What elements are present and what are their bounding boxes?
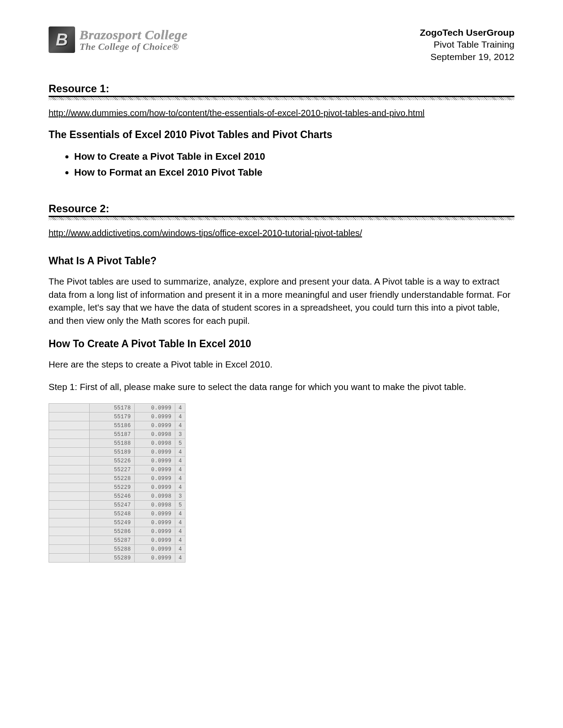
table-cell: 4 <box>175 421 185 430</box>
table-cell: 4 <box>175 545 185 554</box>
table-cell: 4 <box>175 554 185 563</box>
table-row: 552880.09994 <box>49 545 185 554</box>
table-cell: 0.0999 <box>135 404 175 413</box>
table-cell: 4 <box>175 465 185 474</box>
resource2-link[interactable]: http://www.addictivetips.com/windows-tip… <box>49 228 362 238</box>
table-cell <box>49 518 90 527</box>
table-row: 551870.09983 <box>49 430 185 439</box>
table-cell: 55246 <box>90 492 135 501</box>
logo-block: Brazosport College The College of Choice… <box>49 26 188 53</box>
table-cell <box>49 536 90 545</box>
table-cell: 55228 <box>90 474 135 483</box>
how-to-title: How To Create A Pivot Table In Excel 201… <box>49 338 514 350</box>
table-cell: 3 <box>175 492 185 501</box>
table-cell: 4 <box>175 474 185 483</box>
bullet-item: How to Format an Excel 2010 Pivot Table <box>74 165 514 180</box>
table-row: 552260.09994 <box>49 457 185 465</box>
table-cell: 55287 <box>90 536 135 545</box>
table-cell: 55186 <box>90 421 135 430</box>
table-cell: 0.0999 <box>135 474 175 483</box>
table-cell: 55178 <box>90 404 135 413</box>
table-cell <box>49 527 90 536</box>
table-row: 551790.09994 <box>49 413 185 421</box>
logo-subtitle: The College of Choice® <box>79 41 188 52</box>
table-cell: 0.0999 <box>135 483 175 492</box>
table-row: 552280.09994 <box>49 474 185 483</box>
table-row: 551780.09994 <box>49 404 185 413</box>
table-row: 552290.09994 <box>49 483 185 492</box>
table-cell: 4 <box>175 448 185 457</box>
table-cell <box>49 430 90 439</box>
table-cell: 0.0998 <box>135 492 175 501</box>
resource1-bullets: How to Create a Pivot Table in Excel 201… <box>74 149 514 180</box>
doc-meta: ZogoTech UserGroup Pivot Table Training … <box>420 26 514 63</box>
page-header: Brazosport College The College of Choice… <box>49 26 514 63</box>
table-cell: 4 <box>175 413 185 421</box>
table-cell: 3 <box>175 430 185 439</box>
table-cell: 55189 <box>90 448 135 457</box>
table-cell: 0.0999 <box>135 518 175 527</box>
table-cell <box>49 501 90 510</box>
table-cell: 4 <box>175 510 185 518</box>
table-cell: 5 <box>175 439 185 448</box>
training-title: Pivot Table Training <box>420 38 514 50</box>
table-row: 551860.09994 <box>49 421 185 430</box>
resource1-link[interactable]: http://www.dummies.com/how-to/content/th… <box>49 108 424 118</box>
table-cell: 0.0998 <box>135 439 175 448</box>
table-cell: 55288 <box>90 545 135 554</box>
table-cell <box>49 457 90 465</box>
table-cell: 55248 <box>90 510 135 518</box>
table-cell: 55249 <box>90 518 135 527</box>
table-cell: 0.0998 <box>135 501 175 510</box>
table-cell <box>49 483 90 492</box>
resource1-heading: Resource 1: <box>49 83 514 95</box>
resource2-heading: Resource 2: <box>49 203 514 215</box>
table-cell <box>49 465 90 474</box>
table-cell: 0.0999 <box>135 527 175 536</box>
table-cell: 55226 <box>90 457 135 465</box>
table-cell: 55247 <box>90 501 135 510</box>
table-cell: 0.0999 <box>135 457 175 465</box>
table-row: 552890.09994 <box>49 554 185 563</box>
table-cell: 0.0998 <box>135 430 175 439</box>
table-cell: 0.0999 <box>135 554 175 563</box>
table-cell: 4 <box>175 536 185 545</box>
table-row: 552270.09994 <box>49 465 185 474</box>
table-cell: 5 <box>175 501 185 510</box>
table-cell <box>49 448 90 457</box>
table-cell: 0.0999 <box>135 536 175 545</box>
table-cell: 0.0999 <box>135 448 175 457</box>
table-cell <box>49 554 90 563</box>
table-cell: 55289 <box>90 554 135 563</box>
table-cell: 55229 <box>90 483 135 492</box>
sample-data-table: 551780.09994551790.09994551860.099945518… <box>49 403 185 563</box>
table-cell: 55227 <box>90 465 135 474</box>
divider-icon <box>49 96 514 100</box>
table-row: 551890.09994 <box>49 448 185 457</box>
college-logo-icon <box>49 26 75 53</box>
table-cell <box>49 439 90 448</box>
table-cell: 0.0999 <box>135 413 175 421</box>
step1-text: Step 1: First of all, please make sure t… <box>49 380 514 394</box>
table-cell <box>49 545 90 554</box>
usergroup-title: ZogoTech UserGroup <box>420 26 514 38</box>
logo-title: Brazosport College <box>79 28 188 42</box>
table-cell: 55188 <box>90 439 135 448</box>
table-cell: 55187 <box>90 430 135 439</box>
how-to-intro: Here are the steps to create a Pivot tab… <box>49 358 514 371</box>
table-row: 552480.09994 <box>49 510 185 518</box>
table-cell <box>49 413 90 421</box>
table-row: 552490.09994 <box>49 518 185 527</box>
table-row: 552470.09985 <box>49 501 185 510</box>
table-cell: 4 <box>175 483 185 492</box>
table-row: 552860.09994 <box>49 527 185 536</box>
table-cell: 4 <box>175 457 185 465</box>
what-is-body: The Pivot tables are used to summarize, … <box>49 275 514 327</box>
table-cell: 55286 <box>90 527 135 536</box>
table-cell: 4 <box>175 527 185 536</box>
table-cell <box>49 404 90 413</box>
resource1-title: The Essentials of Excel 2010 Pivot Table… <box>49 129 514 141</box>
table-cell: 4 <box>175 404 185 413</box>
table-cell: 0.0999 <box>135 465 175 474</box>
bullet-item: How to Create a Pivot Table in Excel 201… <box>74 149 514 165</box>
